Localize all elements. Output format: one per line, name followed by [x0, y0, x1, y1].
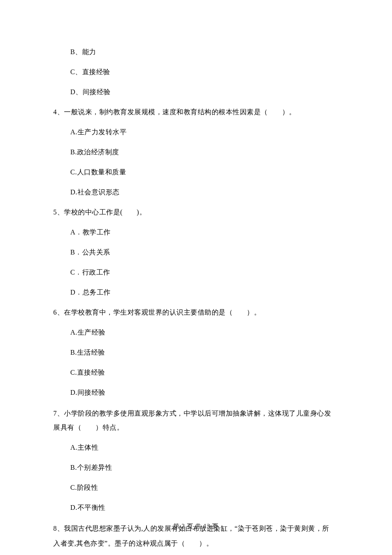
option-7-b: B.个别差异性: [53, 462, 339, 473]
page-footer: 第 2 页 共 13 页: [0, 523, 392, 530]
option-5-c: C．行政工作: [53, 267, 339, 278]
option-6-d: D.间接经验: [53, 387, 339, 398]
question-5-stem: 5、学校的中心工作是( )。: [53, 207, 339, 217]
option-7-a: A.主体性: [53, 442, 339, 453]
option-5-a: A．教学工作: [53, 227, 339, 237]
option-prev-d: D、间接经验: [53, 87, 339, 97]
option-5-b: B．公共关系: [53, 247, 339, 257]
option-prev-b: B、能力: [53, 47, 339, 57]
option-4-b: B.政治经济制度: [53, 147, 339, 157]
question-7-stem-line2: 展具有（ ）特点。: [53, 422, 339, 433]
document-page: B、能力 C、直接经验 D、间接经验 4、一般说来，制约教育发展规模，速度和教育…: [0, 0, 392, 555]
question-8-stem-line2: 入者变,其色亦变”。墨子的这种观点属于（ ）。: [53, 538, 339, 550]
option-7-c: C.阶段性: [53, 483, 339, 493]
option-prev-c: C、直接经验: [53, 67, 339, 77]
option-5-d: D．总务工作: [53, 287, 339, 298]
question-4-stem: 4、一般说来，制约教育发展规模，速度和教育结构的根本性因素是（ ）。: [53, 107, 339, 117]
option-4-d: D.社会意识形态: [53, 187, 339, 197]
option-7-d: D.不平衡性: [53, 503, 339, 513]
document-body: B、能力 C、直接经验 D、间接经验 4、一般说来，制约教育发展规模，速度和教育…: [53, 47, 339, 549]
option-4-a: A.生产力发转水平: [53, 127, 339, 137]
question-7-stem-line1: 7、小学阶段的教学多使用直观形象方式，中学以后可增加抽象讲解，这体现了儿童身心发: [53, 408, 339, 420]
option-6-a: A.生产经验: [53, 327, 339, 338]
option-6-b: B.生活经验: [53, 347, 339, 358]
option-6-c: C.直接经验: [53, 367, 339, 378]
question-6-stem: 6、在学校教育中，学生对客观世界的认识主要借助的是（ ）。: [53, 307, 339, 318]
option-4-c: C.人口数量和质量: [53, 167, 339, 177]
